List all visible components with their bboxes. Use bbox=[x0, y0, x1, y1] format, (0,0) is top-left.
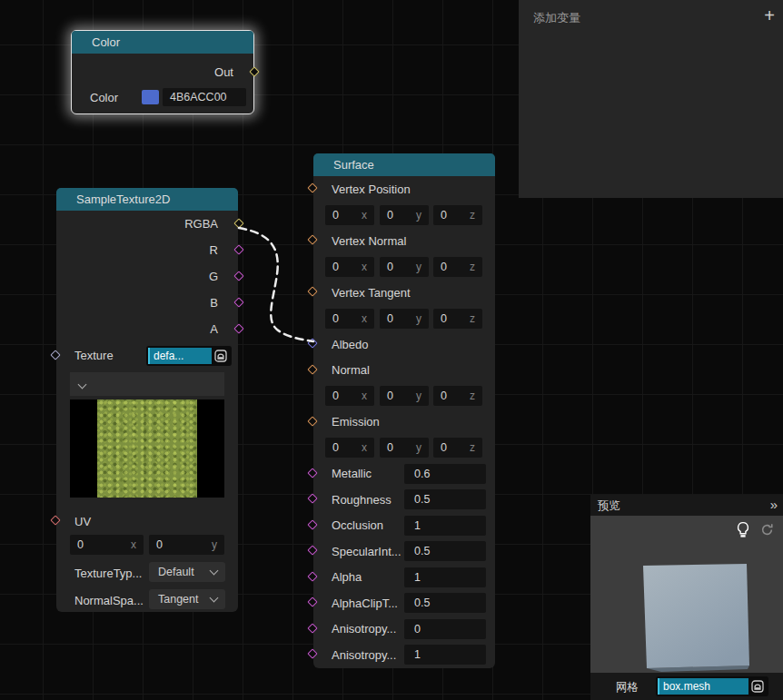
input-label: Anisotropy... bbox=[332, 648, 396, 662]
node-sampletexture2d-title[interactable]: SampleTexture2D bbox=[56, 188, 238, 211]
uv-y-value: 0 bbox=[156, 538, 163, 551]
a-port[interactable] bbox=[233, 323, 243, 333]
value-field[interactable]: 1 bbox=[404, 567, 486, 587]
input-port[interactable] bbox=[307, 519, 317, 529]
vector-x-field[interactable]: 0x bbox=[325, 309, 374, 329]
value-field[interactable]: 1 bbox=[404, 516, 486, 536]
vector-z-field[interactable]: 0z bbox=[433, 438, 482, 458]
r-port[interactable] bbox=[233, 244, 243, 254]
value-field[interactable]: 0.6 bbox=[404, 464, 486, 484]
node-color[interactable]: Color Out Color 4B6ACC00 bbox=[71, 30, 254, 114]
normalspace-value: Tangent bbox=[158, 593, 198, 606]
value-field[interactable]: 0.5 bbox=[404, 489, 486, 509]
input-port[interactable] bbox=[307, 416, 317, 426]
input-port[interactable] bbox=[307, 649, 317, 659]
preview-viewport[interactable] bbox=[590, 516, 783, 673]
output-row-r: R bbox=[56, 237, 238, 263]
vector-z-field[interactable]: 0z bbox=[433, 205, 482, 225]
output-row-g: G bbox=[56, 263, 238, 290]
surface-row-emission: Emission bbox=[313, 409, 495, 436]
rgba-port[interactable] bbox=[233, 218, 243, 228]
output-label: G bbox=[209, 270, 218, 283]
uv-port[interactable] bbox=[50, 515, 60, 525]
texture-preview-collapse[interactable] bbox=[70, 372, 224, 396]
color-hex-field[interactable]: 4B6ACC00 bbox=[163, 88, 246, 106]
out-port-label: Out bbox=[214, 65, 233, 79]
vector-y-field[interactable]: 0y bbox=[380, 205, 429, 225]
vector-z-field[interactable]: 0z bbox=[433, 309, 482, 329]
uv-y-field[interactable]: 0 y bbox=[149, 535, 224, 555]
vector-z-field[interactable]: 0z bbox=[433, 386, 482, 406]
value-field[interactable]: 0.5 bbox=[404, 593, 486, 613]
g-port[interactable] bbox=[233, 271, 243, 281]
node-color-title[interactable]: Color bbox=[72, 31, 253, 54]
input-port[interactable] bbox=[307, 546, 317, 556]
shader-graph-canvas[interactable]: Color Out Color 4B6ACC00 SampleTexture2D… bbox=[0, 0, 783, 700]
input-port[interactable] bbox=[307, 235, 317, 245]
vector-value: 0 bbox=[332, 209, 339, 222]
asset-slot-icon[interactable] bbox=[212, 348, 230, 364]
surface-row-alphaclipt: AlphaClipT...0.5 bbox=[313, 590, 495, 616]
surface-row-roughness: Roughness0.5 bbox=[313, 487, 495, 513]
vector-x-field[interactable]: 0x bbox=[325, 438, 374, 458]
out-port[interactable] bbox=[249, 66, 259, 76]
vector-value: 0 bbox=[332, 261, 339, 273]
vector-x-field[interactable]: 0x bbox=[325, 386, 374, 406]
value-field[interactable]: 0 bbox=[404, 619, 486, 639]
vector-y-field[interactable]: 0y bbox=[380, 386, 429, 406]
input-port[interactable] bbox=[307, 339, 317, 349]
output-row-rgba: RGBA bbox=[56, 211, 238, 237]
vector-x-field[interactable]: 0x bbox=[325, 257, 374, 277]
vector-y-field[interactable]: 0y bbox=[380, 257, 429, 277]
vector-suffix: z bbox=[470, 312, 475, 325]
input-port[interactable] bbox=[307, 183, 317, 193]
texturetype-dropdown[interactable]: Default bbox=[149, 562, 225, 582]
input-label: Occlusion bbox=[332, 518, 383, 532]
vector-value: 0 bbox=[387, 441, 393, 454]
value-field[interactable]: 0.5 bbox=[404, 541, 486, 561]
vector-y-field[interactable]: 0y bbox=[380, 438, 429, 458]
vector-z-field[interactable]: 0z bbox=[433, 257, 482, 277]
node-sampletexture2d[interactable]: SampleTexture2D RGBARGBA Texture defa... bbox=[56, 188, 238, 612]
uv-x-field[interactable]: 0 x bbox=[70, 535, 144, 555]
vector-suffix: y bbox=[416, 389, 421, 402]
color-swatch[interactable] bbox=[142, 90, 159, 104]
vector-value: 0 bbox=[441, 312, 447, 325]
input-port[interactable] bbox=[307, 364, 317, 374]
b-port[interactable] bbox=[233, 297, 243, 307]
texturetype-label: TextureTyp... bbox=[74, 567, 142, 580]
vector-suffix: z bbox=[470, 209, 475, 222]
vector-x-field[interactable]: 0x bbox=[325, 205, 374, 225]
vector-y-field[interactable]: 0y bbox=[380, 309, 429, 329]
normalspace-dropdown[interactable]: Tangent bbox=[149, 589, 225, 609]
input-port[interactable] bbox=[307, 571, 317, 581]
collapse-panel-icon[interactable]: » bbox=[770, 497, 778, 512]
vector-value: 0 bbox=[332, 312, 339, 325]
node-surface-title[interactable]: Surface bbox=[313, 153, 495, 176]
uv-fields-row: 0 x 0 y bbox=[56, 534, 238, 557]
add-variable-button[interactable]: + bbox=[764, 5, 775, 26]
preview-panel: 预览 » bbox=[590, 495, 783, 700]
mesh-asset-field[interactable]: box.mesh bbox=[656, 676, 768, 696]
surface-row-anisotropy: Anisotropy...0 bbox=[313, 616, 495, 643]
lightbulb-icon[interactable] bbox=[736, 521, 750, 542]
input-port[interactable] bbox=[307, 468, 317, 478]
input-port[interactable] bbox=[307, 287, 317, 297]
uv-y-suffix: y bbox=[212, 538, 217, 551]
input-port[interactable] bbox=[307, 623, 317, 633]
input-port[interactable] bbox=[307, 597, 317, 607]
asset-slot-icon[interactable] bbox=[748, 678, 767, 695]
vector-suffix: y bbox=[416, 441, 421, 454]
texture-port[interactable] bbox=[50, 350, 60, 360]
vector-suffix: x bbox=[362, 209, 367, 222]
node-surface[interactable]: Surface Vertex Position0x0y0zVertex Norm… bbox=[313, 153, 495, 668]
input-port[interactable] bbox=[307, 494, 317, 504]
output-label: B bbox=[210, 296, 218, 310]
surface-row-specularint: SpecularInt...0.5 bbox=[313, 538, 495, 565]
texture-asset-field[interactable]: defa... bbox=[146, 346, 232, 366]
value-field[interactable]: 1 bbox=[404, 645, 486, 665]
sampletexture-outputs: RGBARGBA bbox=[56, 211, 238, 342]
refresh-icon[interactable] bbox=[760, 523, 774, 540]
texture-preview-area bbox=[70, 399, 224, 498]
vector-value: 0 bbox=[441, 209, 447, 222]
